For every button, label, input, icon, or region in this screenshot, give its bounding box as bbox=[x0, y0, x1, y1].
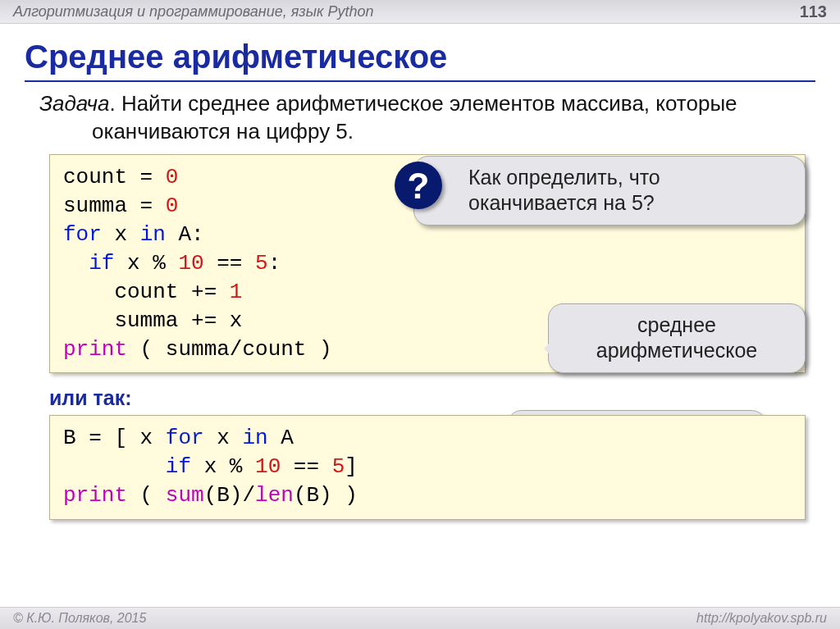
slide-footer: © К.Ю. Поляков, 2015 http://kpolyakov.sp… bbox=[0, 607, 840, 629]
footer-url: http://kpolyakov.spb.ru bbox=[696, 611, 827, 626]
copyright: © К.Ю. Поляков, 2015 bbox=[13, 611, 146, 626]
callout-question-text: Как определить, что оканчивается на 5? bbox=[468, 166, 660, 214]
problem-statement: Задача. Найти среднее арифметическое эле… bbox=[39, 90, 791, 146]
or-so-label: или так: bbox=[49, 386, 840, 410]
callout-question: ? Как определить, что оканчивается на 5? bbox=[413, 156, 806, 226]
problem-label: Задача bbox=[39, 91, 109, 116]
problem-text: . Найти среднее арифметическое элементов… bbox=[92, 91, 737, 144]
callout-average-text: среднее арифметическое bbox=[596, 313, 757, 362]
question-mark-icon: ? bbox=[395, 162, 442, 209]
slide-header: Алгоритмизация и программирование, язык … bbox=[0, 0, 840, 24]
slide-title: Среднее арифметическое bbox=[25, 39, 815, 82]
page-number: 113 bbox=[800, 2, 827, 21]
callout-average: среднее арифметическое bbox=[548, 303, 806, 373]
course-name: Алгоритмизация и программирование, язык … bbox=[13, 3, 373, 21]
code-block-2: B = [ x for x in A if x % 10 == 5] print… bbox=[49, 415, 806, 519]
